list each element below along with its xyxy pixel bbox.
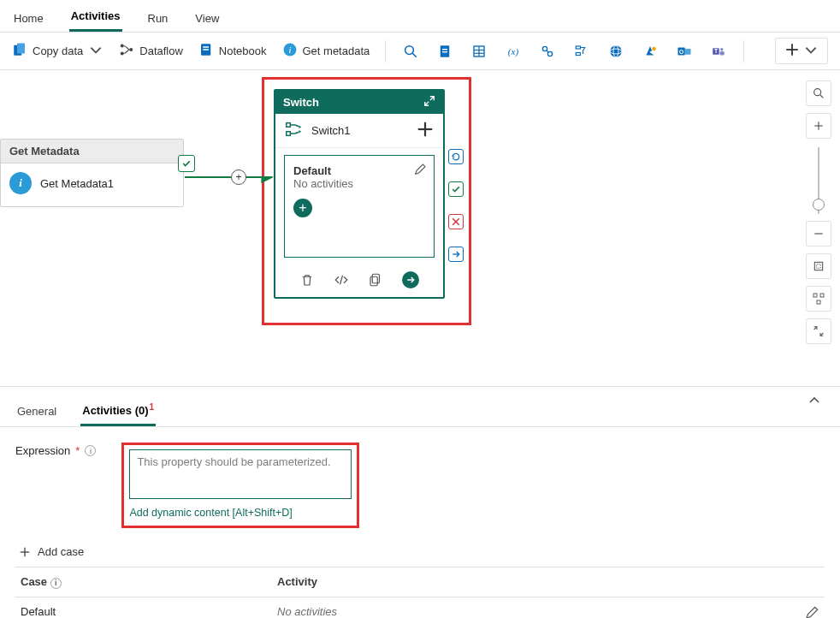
svg-rect-47 [372,274,379,283]
autolayout-button[interactable] [806,286,831,312]
svg-point-4 [130,48,133,51]
svg-rect-14 [442,51,447,52]
expand-icon[interactable] [423,95,435,110]
trash-icon[interactable] [299,272,315,288]
add-dynamic-content-link[interactable]: Add dynamic content [Alt+Shift+D] [129,507,352,519]
dataflow-button[interactable]: Dataflow [119,42,183,60]
required-marker: 1 [150,402,155,412]
collapse-canvas-button[interactable] [806,318,831,344]
info-icon: i [282,42,298,60]
node-switch-type: Switch [283,96,319,109]
ribbon-add-button[interactable] [775,38,828,64]
node-switch[interactable]: Switch Switch1 Default No activities + [274,89,445,299]
panel-collapse-button[interactable] [807,394,821,410]
switch-add-case-icon[interactable] [416,120,435,141]
svg-rect-59 [813,294,817,297]
svg-point-2 [121,45,124,48]
notebook-button[interactable]: Notebook [198,42,267,60]
port-success[interactable] [448,181,464,197]
svg-rect-39 [287,123,291,128]
pencil-icon[interactable] [804,605,819,618]
svg-rect-7 [203,49,209,51]
node-get-metadata[interactable]: Get Metadata i Get Metadata1 [0,139,184,207]
svg-rect-35 [720,51,725,56]
get-metadata-label: Get metadata [303,45,370,57]
panel-tab-general[interactable]: General [15,400,58,425]
web-icon[interactable] [606,42,625,61]
connector-add-button[interactable]: + [231,169,246,185]
svg-rect-58 [817,264,821,269]
copy-data-label: Copy data [33,45,83,57]
pencil-icon[interactable] [413,163,427,179]
zoom-in-button[interactable] [806,113,831,139]
svg-point-10 [405,45,414,54]
svg-point-52 [814,89,821,96]
svg-point-21 [548,51,553,56]
expression-input[interactable] [129,449,352,499]
svg-rect-6 [203,46,209,48]
get-metadata-button[interactable]: i Get metadata [282,42,370,60]
connector: + [185,169,275,185]
switch-default-case[interactable]: Default No activities + [284,155,435,258]
help-icon[interactable]: i [50,578,62,589]
case-no-activities: No activities [293,177,425,190]
teams-icon[interactable]: T [709,42,728,61]
zoom-out-button[interactable] [806,221,831,247]
zoom-fit-button[interactable] [806,253,831,279]
add-case-button[interactable]: Add case [19,545,825,558]
tab-activities[interactable]: Activities [69,3,122,32]
zoom-search-icon[interactable] [806,80,831,106]
dataflow-icon [119,42,134,60]
table-icon[interactable] [470,42,488,61]
zoom-slider-thumb[interactable] [813,199,825,211]
zoom-slider[interactable] [818,147,819,214]
plus-icon [784,42,800,60]
svg-rect-48 [370,276,377,286]
dataflow-label: Dataflow [139,45,183,57]
copy-data-icon [12,42,27,60]
case-row-activity: No activities [277,605,785,618]
lookup-icon[interactable] [538,42,557,61]
add-case-label: Add case [38,545,84,558]
script-icon[interactable] [435,42,454,61]
switch-icon [284,120,303,141]
svg-rect-24 [577,52,581,55]
svg-point-28 [653,46,657,51]
filter-icon[interactable] [572,42,591,61]
svg-rect-31 [685,49,691,55]
copy-icon[interactable] [368,272,383,288]
highlight-frame-expression: Add dynamic content [Alt+Shift+D] [121,443,359,528]
node-switch-name: Switch1 [311,124,351,137]
run-icon[interactable] [402,271,419,288]
copy-data-button[interactable]: Copy data [12,42,104,60]
help-icon[interactable]: i [85,445,96,456]
tab-run[interactable]: Run [146,5,170,32]
code-icon[interactable] [334,272,349,288]
svg-marker-43 [299,125,301,128]
svg-rect-61 [817,300,820,304]
azure-icon[interactable] [641,42,660,61]
required-asterisk: * [75,444,80,457]
svg-marker-44 [299,130,301,134]
svg-rect-1 [17,44,25,54]
notebook-label: Notebook [219,45,267,57]
col-activity: Activity [277,575,785,589]
node-gm-header: Get Metadata [1,140,183,163]
tab-home[interactable]: Home [12,5,45,32]
search-icon[interactable] [401,42,420,61]
port-fail[interactable] [448,214,464,229]
case-row-default[interactable]: Default No activities [15,597,825,618]
case-label: Default [293,164,425,177]
svg-point-34 [720,48,723,51]
svg-line-11 [413,53,417,57]
panel-tab-activities[interactable]: Activities (0)1 [80,397,156,426]
case-add-activity-button[interactable]: + [293,199,312,217]
port-completion[interactable] [448,149,464,164]
svg-line-22 [547,51,549,52]
variable-icon[interactable]: (x) [504,42,523,61]
svg-point-20 [543,46,547,51]
expression-label: Expression [15,444,70,457]
port-skip[interactable] [448,247,464,262]
tab-view[interactable]: View [193,5,221,32]
outlook-icon[interactable]: O [675,42,694,61]
